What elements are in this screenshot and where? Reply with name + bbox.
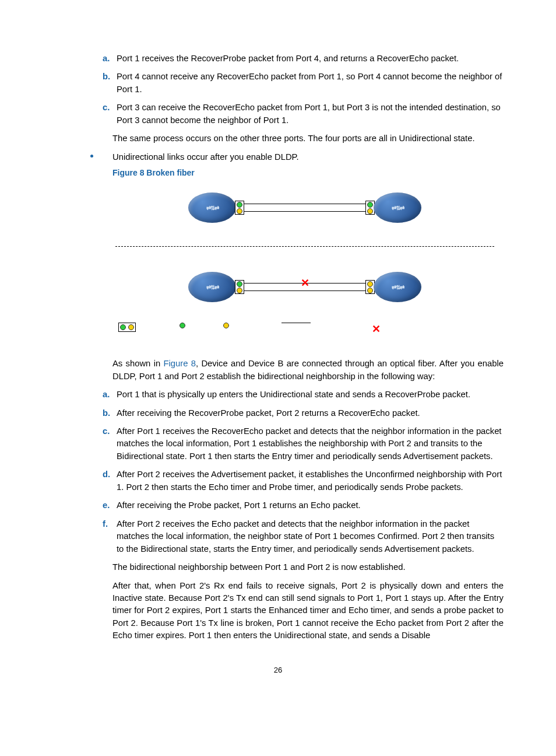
led-yellow-icon [223,323,229,328]
figure-caption: Figure 8 Broken fiber [112,168,504,177]
list-text: Port 1 that is physically up enters the … [117,390,470,399]
legend-line-icon [281,323,311,323]
list-text: After Port 1 receives the RecoverEcho pa… [117,426,502,461]
list-marker-f: f. [103,518,108,530]
led-green-icon [120,324,126,330]
legend-item [180,323,185,328]
broken-x-icon: ✕ [301,280,309,286]
list-marker-a: a. [103,52,110,65]
page-number: 26 [52,666,504,674]
legend-port-icon [118,323,136,332]
port-block [235,280,244,294]
diagram-bottom-row: ⇄⇅⇄ ✕ ⇄⇅⇄ [112,267,497,308]
led-yellow-icon [237,208,242,214]
list-marker-c: c. [103,102,110,114]
list-item: f.After Port 2 receives the Echo packet … [117,518,504,555]
led-yellow-icon [237,288,242,293]
legend-item [118,323,136,332]
list-marker-b: b. [103,407,110,419]
list-item: c.Port 3 can receive the RecoverEcho pac… [117,102,504,127]
paragraph: After that, when Port 2's Rx end fails t… [112,580,504,642]
divider-dashed [115,246,494,247]
list-text: After Port 2 receives the Advertisement … [117,470,502,491]
legend-item [281,323,311,323]
bullet-icon [90,155,93,158]
ordered-list-2: a.Port 1 that is physically up enters th… [52,388,504,555]
led-yellow-icon [367,288,373,293]
figure-reference-link[interactable]: Figure 8 [163,359,195,368]
list-marker-d: d. [103,468,110,481]
list-item: d.After Port 2 receives the Advertisemen… [117,468,504,494]
paragraph: The same process occurs on the other thr… [112,132,504,145]
router-icon: ⇄⇅⇄ [188,192,236,223]
figure-legend: ✕ [112,323,497,340]
list-item: e.After receiving the Probe packet, Port… [117,499,504,512]
fiber-line [244,211,365,212]
list-item: c.After Port 1 receives the RecoverEcho … [117,425,504,463]
list-marker-c: c. [103,425,110,438]
fiber-line [244,204,365,204]
led-yellow-icon [367,281,373,287]
led-green-icon [237,202,242,208]
led-green-icon [180,323,185,328]
bullet-item: Unidirectional links occur after you ena… [90,151,504,163]
list-text: Port 4 cannot receive any RecoverEcho pa… [117,72,502,93]
led-green-icon [237,281,242,287]
list-text: Port 1 receives the RecoverProbe packet … [117,54,459,63]
led-yellow-icon [367,208,373,214]
list-marker-e: e. [103,499,110,512]
paragraph: As shown in Figure 8, Device and Device … [112,358,504,383]
router-icon: ⇄⇅⇄ [374,192,421,223]
list-text: After Port 2 receives the Echo packet an… [117,519,494,554]
list-text: Port 3 can receive the RecoverEcho packe… [117,103,501,124]
list-item: b.After receiving the RecoverProbe packe… [117,407,504,419]
figure-8: ⇄⇅⇄ ⇄⇅⇄ ⇄⇅⇄ [112,188,497,340]
router-icon: ⇄⇅⇄ [188,272,236,302]
list-text: After receiving the RecoverProbe packet,… [117,408,420,418]
list-item: a.Port 1 that is physically up enters th… [117,388,504,401]
list-text: After receiving the Probe packet, Port 1… [117,501,361,510]
legend-x-icon: ✕ [372,323,381,335]
fiber-line [244,290,365,291]
list-item: a.Port 1 receives the RecoverProbe packe… [117,52,504,65]
router-icon: ⇄⇅⇄ [374,272,421,302]
list-item: b.Port 4 cannot receive any RecoverEcho … [117,71,504,96]
led-green-icon [367,202,373,208]
list-marker-b: b. [103,71,110,83]
ordered-list-1: a.Port 1 receives the RecoverProbe packe… [52,52,504,127]
paragraph: The bidirectional neighborship between P… [112,561,504,573]
text-fragment: As shown in [112,359,163,368]
diagram-top-row: ⇄⇅⇄ ⇄⇅⇄ [112,188,497,229]
legend-item: ✕ [372,323,381,335]
legend-item [223,323,229,328]
document-page: a.Port 1 receives the RecoverProbe packe… [0,0,556,698]
port-block [235,201,244,215]
list-marker-a: a. [103,388,110,401]
bullet-text: Unidirectional links occur after you ena… [112,151,504,163]
led-yellow-icon [128,324,134,330]
